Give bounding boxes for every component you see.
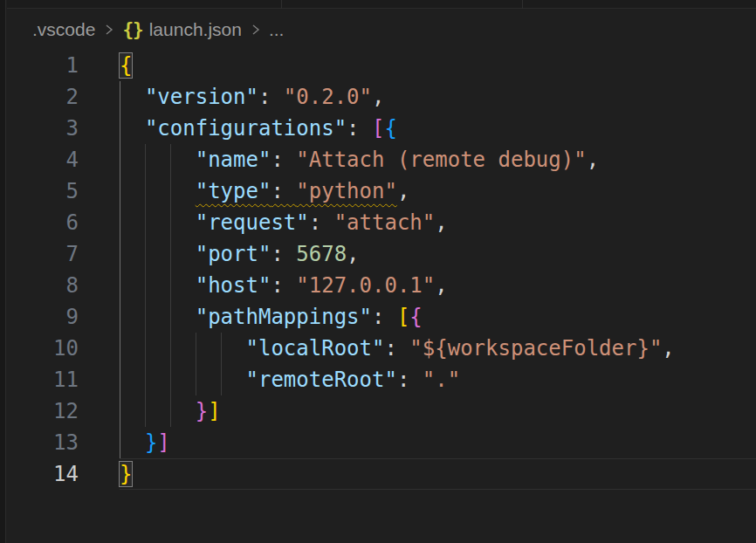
code-token [120,336,246,361]
code-token [120,242,196,266]
vscode-window: .vscode {} launch.json ... 1{2 "version"… [0,0,756,543]
chevron-right-icon [250,22,261,38]
code-token: , [662,336,674,361]
code-line-content[interactable]: "type": "python", [120,175,756,207]
code-token: "configurations" [145,116,347,141]
code-token: "localRoot" [246,336,385,361]
line-number: 4 [7,148,79,172]
code-line-content[interactable]: }] [120,427,756,458]
line-number: 11 [7,368,79,392]
code-token: ] [157,430,169,455]
code-line-content[interactable]: "request": "attach", [120,207,756,238]
code-token: { [120,53,132,78]
code-line-content[interactable]: "host": "127.0.0.1", [120,270,756,301]
line-number: 13 [7,430,79,455]
code-token: , [587,148,599,172]
breadcrumb-folder[interactable]: .vscode [32,19,95,40]
code-token: { [384,116,396,141]
line-number: 9 [7,305,79,329]
editor[interactable]: 1{2 "version": "0.2.0",3 "configurations… [7,50,756,543]
code-token: "host" [196,273,271,298]
code-token: : [309,210,334,235]
code-token: ] [208,399,220,423]
code-line[interactable]: 1{ [7,50,756,81]
indent-guide [170,144,171,427]
tab-divider [281,0,282,9]
code-token: "0.2.0" [284,85,372,109]
code-token: : [271,242,296,266]
code-token: : [271,273,296,298]
code-token: : [347,116,372,141]
code-token: [ [397,305,409,329]
code-token [120,399,196,423]
code-token: "attach" [334,210,436,235]
code-token: : [271,148,296,172]
code-token: "python" [296,179,397,203]
line-number: 10 [7,336,79,361]
code-token: "remoteRoot" [246,368,397,392]
code-token: , [372,85,384,109]
line-number: 5 [7,179,79,203]
line-number: 2 [7,85,79,109]
code-token [120,305,196,329]
code-token: "port" [196,242,271,266]
tab-bar [7,0,756,9]
code-line-content[interactable]: "name": "Attach (remote debug)", [120,144,756,175]
code-token [120,430,145,455]
indent-guide [196,333,196,395]
code-token: "." [423,368,460,392]
code-token [120,368,246,392]
code-token: : [271,179,296,203]
code-token [120,85,145,109]
code-line-content[interactable]: { [120,50,756,81]
code-token: , [397,179,409,203]
code-token: , [347,242,359,266]
line-number: 12 [7,399,79,423]
line-number: 1 [7,53,79,78]
code-line-content[interactable]: "remoteRoot": "." [120,364,756,395]
line-number: 8 [7,273,79,298]
sidebar-edge [0,0,6,543]
code-token: "version" [145,85,258,109]
code-token: : [397,368,423,392]
breadcrumb-symbol-ellipsis[interactable]: ... [269,19,285,40]
code-line-content[interactable]: "localRoot": "${workspaceFolder}", [120,333,756,364]
code-line[interactable]: 14} [7,458,756,490]
json-file-icon: {} [122,19,142,40]
code-token [120,148,196,172]
code-line-content[interactable]: }] [120,395,756,427]
code-token: "request" [196,210,309,235]
indent-guide [221,333,222,395]
code-line-content[interactable]: "port": 5678, [120,238,756,270]
indent-guide [120,81,120,458]
code-token: : [384,336,409,361]
breadcrumb: .vscode {} launch.json ... [7,10,756,50]
code-token [120,179,196,203]
code-token: } [145,430,157,455]
code-token: } [120,462,132,486]
indent-guide [145,144,146,427]
code-token: "Attach (remote debug)" [296,148,586,172]
code-token [120,116,145,141]
code-token: [ [372,116,384,141]
code-token [120,273,196,298]
chevron-right-icon [103,22,114,38]
breadcrumb-file[interactable]: {} launch.json [122,19,242,40]
code-token: : [372,305,397,329]
code-token: , [435,273,447,298]
code-line-content[interactable]: "pathMappings": [{ [120,301,756,333]
code-token: } [196,399,208,423]
code-token: "pathMappings" [196,305,372,329]
line-number: 3 [7,116,79,141]
code-token: , [435,210,447,235]
code-line-content[interactable]: "version": "0.2.0", [120,81,756,113]
code-line-content[interactable]: } [120,458,756,490]
code-token: "type" [196,179,271,203]
code-token [120,210,196,235]
code-token: "127.0.0.1" [296,273,435,298]
code-token: "${workspaceFolder}" [409,336,662,361]
line-number: 7 [7,242,79,266]
code-token: 5678 [296,242,347,266]
code-line-content[interactable]: "configurations": [{ [120,113,756,144]
line-number: 14 [7,462,79,486]
